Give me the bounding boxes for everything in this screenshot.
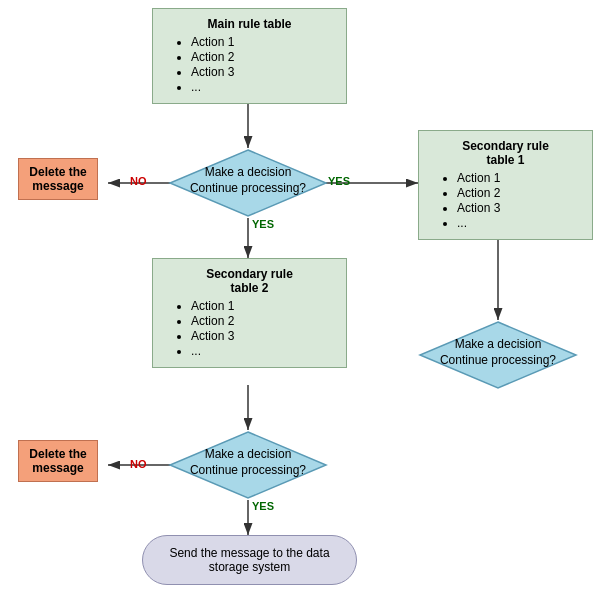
main-rule-table-actions: Action 1 Action 2 Action 3 ... (191, 35, 336, 94)
decision3-svg: Make a decision Continue processing? (168, 430, 328, 500)
main-rule-table-title: Main rule table (163, 17, 336, 31)
list-item: Action 1 (191, 299, 336, 313)
decision1-yes-down-label: YES (252, 218, 274, 230)
decision1-svg: Make a decision Continue processing? (168, 148, 328, 218)
diagram: Main rule table Action 1 Action 2 Action… (0, 0, 614, 608)
list-item: Action 3 (191, 329, 336, 343)
decision3-no-label: NO (130, 458, 147, 470)
list-item: Action 2 (191, 314, 336, 328)
svg-text:Make a decision: Make a decision (205, 447, 292, 461)
secondary-rule-table-1-title: Secondary rule table 1 (429, 139, 582, 167)
list-item: Action 1 (457, 171, 582, 185)
list-item: Action 3 (457, 201, 582, 215)
decision3-yes-down-label: YES (252, 500, 274, 512)
decision2-right-diamond: Make a decision Continue processing? (418, 320, 578, 390)
list-item: Action 2 (191, 50, 336, 64)
svg-text:Make a decision: Make a decision (205, 165, 292, 179)
list-item: ... (457, 216, 582, 230)
secondary-rule-table-2-title: Secondary rule table 2 (163, 267, 336, 295)
secondary-rule-table-1-actions: Action 1 Action 2 Action 3 ... (457, 171, 582, 230)
main-rule-table: Main rule table Action 1 Action 2 Action… (152, 8, 347, 104)
delete-message2: Delete the message (18, 440, 98, 482)
svg-text:Continue processing?: Continue processing? (190, 181, 306, 195)
list-item: ... (191, 344, 336, 358)
svg-text:Make a decision: Make a decision (455, 337, 542, 351)
secondary-rule-table-2-actions: Action 1 Action 2 Action 3 ... (191, 299, 336, 358)
list-item: Action 2 (457, 186, 582, 200)
decision3-diamond: Make a decision Continue processing? (168, 430, 328, 500)
svg-text:Continue processing?: Continue processing? (190, 463, 306, 477)
terminal-box: Send the message to the data storage sys… (142, 535, 357, 585)
decision1-diamond: Make a decision Continue processing? (168, 148, 328, 218)
list-item: Action 1 (191, 35, 336, 49)
list-item: ... (191, 80, 336, 94)
decision1-no-label: NO (130, 175, 147, 187)
delete-message1: Delete the message (18, 158, 98, 200)
secondary-rule-table-1: Secondary rule table 1 Action 1 Action 2… (418, 130, 593, 240)
list-item: Action 3 (191, 65, 336, 79)
decision2-svg: Make a decision Continue processing? (418, 320, 578, 390)
svg-text:Continue processing?: Continue processing? (440, 353, 556, 367)
decision1-yes-right-label: YES (328, 175, 350, 187)
secondary-rule-table-2: Secondary rule table 2 Action 1 Action 2… (152, 258, 347, 368)
